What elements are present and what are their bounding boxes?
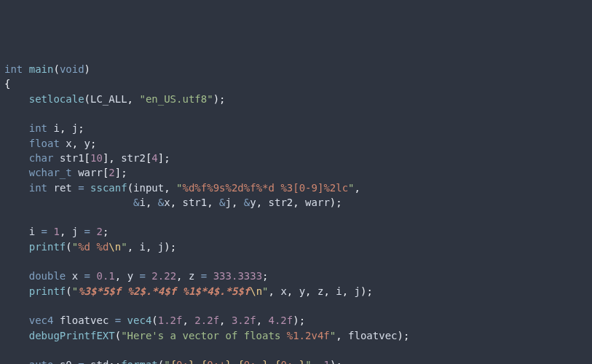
line-18: vec4 floatvec = vec4(1.2f, 2.2f, 3.2f, 4… — [4, 314, 305, 326]
line-5: int i, j; — [4, 122, 84, 134]
line-3: setlocale(LC_ALL, "en_US.utf8"); — [4, 93, 226, 105]
line-21: auto s0 = std::format("{0:},{0:+},{0:-},… — [4, 359, 342, 364]
line-19: debugPrintfEXT("Here's a vector of float… — [4, 330, 409, 341]
line-9: int ret = sscanf(input, "%d%f%9s%2d%f%*d… — [4, 182, 360, 194]
line-12: i = 1, j = 2; — [4, 226, 108, 237]
line-16: printf("%3$*5$f %2$.*4$f %1$*4$.*5$f\n",… — [4, 285, 373, 297]
line-15: double x = 0.1, y = 2.22, z = 333.3333; — [4, 270, 269, 282]
line-8: wchar_t warr[2]; — [4, 167, 127, 178]
line-2: { — [4, 78, 10, 90]
line-10: &i, &x, str1, &j, &y, str2, warr); — [4, 197, 342, 208]
code-block: int main(void) { setlocale(LC_ALL, "en_U… — [4, 62, 588, 364]
line-13: printf("%d %d\n", i, j); — [4, 241, 176, 253]
line-7: char str1[10], str2[4]; — [4, 152, 170, 164]
line-6: float x, y; — [4, 138, 96, 149]
line-1: int main(void) — [4, 63, 90, 75]
